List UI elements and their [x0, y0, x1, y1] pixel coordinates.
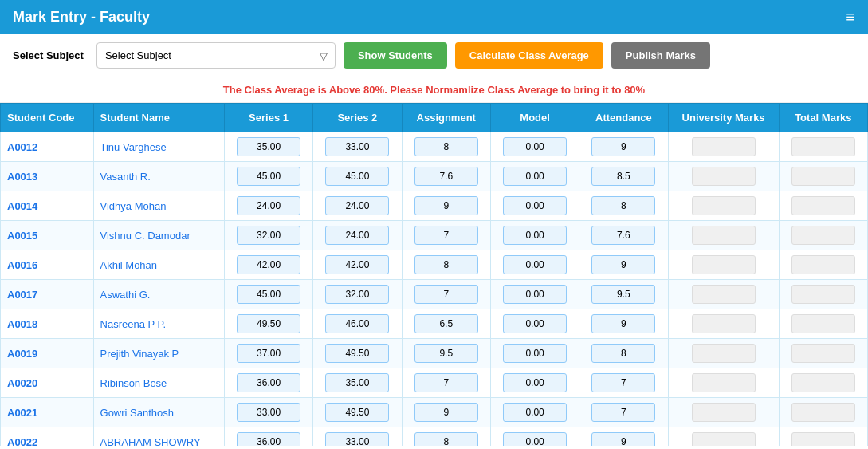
series1-input[interactable]: [237, 137, 300, 156]
cell-model[interactable]: [490, 221, 579, 250]
total-marks-input[interactable]: [791, 314, 855, 333]
cell-assignment[interactable]: [402, 250, 490, 280]
assignment-input[interactable]: [414, 137, 478, 156]
cell-model[interactable]: [490, 162, 579, 191]
series1-input[interactable]: [237, 255, 300, 274]
cell-series1[interactable]: [224, 132, 312, 162]
attendance-input[interactable]: [591, 432, 655, 446]
attendance-input[interactable]: [591, 403, 655, 422]
series2-input[interactable]: [325, 137, 389, 156]
cell-assignment[interactable]: [402, 427, 490, 447]
cell-attendance[interactable]: [579, 398, 668, 427]
calculate-avg-button[interactable]: Calculate Class Average: [455, 42, 603, 69]
attendance-input[interactable]: [591, 373, 655, 392]
model-input[interactable]: [503, 344, 567, 363]
model-input[interactable]: [503, 137, 567, 156]
cell-total-marks[interactable]: [779, 221, 867, 250]
assignment-input[interactable]: [414, 403, 478, 422]
cell-series1[interactable]: [224, 309, 312, 339]
cell-attendance[interactable]: [579, 221, 668, 250]
cell-assignment[interactable]: [402, 398, 490, 427]
cell-series2[interactable]: [313, 339, 402, 368]
series2-input[interactable]: [325, 403, 389, 422]
model-input[interactable]: [503, 432, 567, 446]
cell-model[interactable]: [490, 250, 579, 280]
menu-icon[interactable]: ≡: [846, 8, 855, 26]
series1-input[interactable]: [237, 344, 300, 363]
cell-total-marks[interactable]: [779, 427, 867, 447]
assignment-input[interactable]: [414, 226, 478, 245]
total-marks-input[interactable]: [791, 196, 855, 215]
cell-series1[interactable]: [224, 191, 312, 221]
series1-input[interactable]: [237, 285, 300, 304]
assignment-input[interactable]: [414, 314, 478, 333]
university-marks-input[interactable]: [692, 285, 756, 304]
cell-attendance[interactable]: [579, 132, 668, 162]
university-marks-input[interactable]: [692, 226, 756, 245]
total-marks-input[interactable]: [791, 285, 855, 304]
cell-attendance[interactable]: [579, 309, 668, 339]
model-input[interactable]: [503, 314, 567, 333]
series1-input[interactable]: [237, 373, 300, 392]
university-marks-input[interactable]: [692, 432, 756, 446]
cell-series2[interactable]: [313, 221, 402, 250]
cell-series2[interactable]: [313, 368, 402, 398]
attendance-input[interactable]: [591, 137, 655, 156]
cell-university-marks[interactable]: [668, 250, 779, 280]
attendance-input[interactable]: [591, 255, 655, 274]
assignment-input[interactable]: [414, 167, 478, 186]
cell-model[interactable]: [490, 309, 579, 339]
university-marks-input[interactable]: [692, 196, 756, 215]
cell-model[interactable]: [490, 398, 579, 427]
total-marks-input[interactable]: [791, 167, 855, 186]
cell-assignment[interactable]: [402, 280, 490, 309]
series2-input[interactable]: [325, 373, 389, 392]
model-input[interactable]: [503, 196, 567, 215]
model-input[interactable]: [503, 285, 567, 304]
university-marks-input[interactable]: [692, 137, 756, 156]
series1-input[interactable]: [237, 196, 300, 215]
series2-input[interactable]: [325, 167, 389, 186]
cell-university-marks[interactable]: [668, 132, 779, 162]
attendance-input[interactable]: [591, 226, 655, 245]
cell-series1[interactable]: [224, 221, 312, 250]
university-marks-input[interactable]: [692, 167, 756, 186]
cell-university-marks[interactable]: [668, 368, 779, 398]
cell-university-marks[interactable]: [668, 280, 779, 309]
cell-assignment[interactable]: [402, 162, 490, 191]
assignment-input[interactable]: [414, 255, 478, 274]
cell-series2[interactable]: [313, 309, 402, 339]
cell-university-marks[interactable]: [668, 309, 779, 339]
university-marks-input[interactable]: [692, 373, 756, 392]
cell-attendance[interactable]: [579, 280, 668, 309]
cell-total-marks[interactable]: [779, 339, 867, 368]
cell-university-marks[interactable]: [668, 427, 779, 447]
cell-model[interactable]: [490, 280, 579, 309]
cell-model[interactable]: [490, 339, 579, 368]
assignment-input[interactable]: [414, 285, 478, 304]
cell-attendance[interactable]: [579, 427, 668, 447]
attendance-input[interactable]: [591, 344, 655, 363]
model-input[interactable]: [503, 167, 567, 186]
university-marks-input[interactable]: [692, 403, 756, 422]
cell-series2[interactable]: [313, 280, 402, 309]
cell-assignment[interactable]: [402, 221, 490, 250]
cell-assignment[interactable]: [402, 368, 490, 398]
cell-assignment[interactable]: [402, 309, 490, 339]
show-students-button[interactable]: Show Students: [344, 42, 447, 69]
cell-total-marks[interactable]: [779, 309, 867, 339]
cell-attendance[interactable]: [579, 368, 668, 398]
university-marks-input[interactable]: [692, 314, 756, 333]
cell-attendance[interactable]: [579, 339, 668, 368]
cell-total-marks[interactable]: [779, 398, 867, 427]
cell-model[interactable]: [490, 191, 579, 221]
series1-input[interactable]: [237, 167, 300, 186]
cell-series1[interactable]: [224, 280, 312, 309]
attendance-input[interactable]: [591, 196, 655, 215]
cell-series2[interactable]: [313, 398, 402, 427]
university-marks-input[interactable]: [692, 344, 756, 363]
cell-model[interactable]: [490, 368, 579, 398]
series1-input[interactable]: [237, 432, 300, 446]
publish-marks-button[interactable]: Publish Marks: [611, 42, 710, 69]
cell-series2[interactable]: [313, 250, 402, 280]
